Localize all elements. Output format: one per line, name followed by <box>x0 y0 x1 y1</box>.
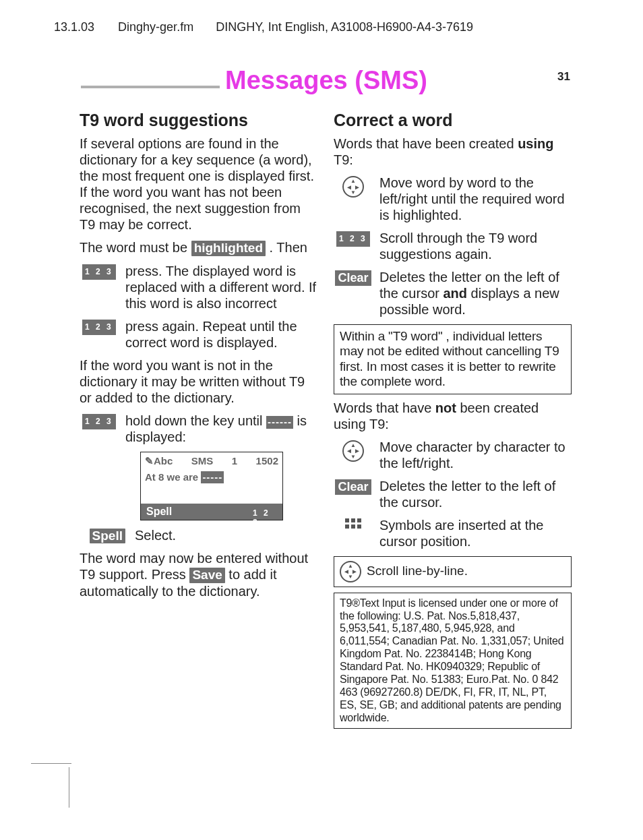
dpad-icon: ▲▼ <box>342 176 364 198</box>
step1-text: press. The displayed word is replaced wi… <box>125 263 317 311</box>
not-t9-line: Words that have not been created using T… <box>334 400 572 432</box>
spell-desc: Select. <box>135 527 317 543</box>
scroll-t9-row: Scroll through the T9 word suggestions a… <box>334 230 572 262</box>
highlighted-chip: highlighted <box>191 241 266 256</box>
softkey-spell[interactable]: Spell <box>146 506 172 518</box>
save-chip: Save <box>189 568 224 583</box>
msg-count: 1 <box>232 455 237 467</box>
keypad-icon <box>336 231 370 247</box>
clear-button: Clear <box>335 479 371 495</box>
spell-chip: Spell <box>90 529 125 543</box>
nav-word-text: Move word by word to the left/right unti… <box>379 175 572 223</box>
t9-highlight-line: The word must be highlighted . Then <box>80 239 317 256</box>
step-press-1: press. The displayed word is replaced wi… <box>80 263 317 311</box>
mode-indicator: ✎Abc <box>145 455 173 467</box>
dpad-icon: ▲▼ <box>340 561 361 582</box>
left-column: T9 word suggestions If several options a… <box>80 107 317 813</box>
title-rule <box>81 86 220 88</box>
page-number: 31 <box>557 70 570 84</box>
symbols-grid-icon <box>345 518 361 535</box>
title-row: Messages (SMS) <box>81 66 570 95</box>
dash-chip: ------ <box>266 416 293 429</box>
step3-text: hold down the key until ------ is displa… <box>125 413 317 445</box>
t9-dict-note: If the word you want is not in the dicti… <box>80 357 317 406</box>
crop-mark <box>31 763 71 764</box>
nav-char-row: ▲▼ Move character by character to the le… <box>334 439 572 471</box>
nav-char-text: Move character by character to the left/… <box>379 439 572 471</box>
clear-row-2: Clear Deletes the letter to the left of … <box>334 478 572 510</box>
t9-edit-note-box: Within a "T9 word" , individual letters … <box>334 324 572 394</box>
patent-notice: T9®Text Input is licensed under one or m… <box>334 593 572 729</box>
save-note: The word may now be entered without T9 s… <box>80 550 317 599</box>
scroll-line-text: Scroll line-by-line. <box>367 564 468 578</box>
clear-text-2: Deletes the letter to the left of the cu… <box>379 478 572 510</box>
t9-heading: T9 word suggestions <box>80 111 317 130</box>
keypad-icon <box>82 414 116 429</box>
header-doc: DINGHY, Int English, A31008-H6900-A4-3-7… <box>216 20 473 34</box>
page-title: Messages (SMS) <box>225 66 427 95</box>
softkey-keypad-icon[interactable] <box>250 506 277 518</box>
spell-row: Spell Select. <box>80 527 317 543</box>
phone-screen-mock: ✎Abc SMS 1 1502 At 8 we are ----- Spell <box>140 452 283 520</box>
scroll-t9-text: Scroll through the T9 word suggestions a… <box>379 230 572 262</box>
nav-word-row: ▲▼ Move word by word to the left/right u… <box>334 175 572 223</box>
clear-button: Clear <box>335 270 371 286</box>
step-hold: hold down the key until ------ is displa… <box>80 413 317 445</box>
compose-text: At 8 we are ----- <box>141 470 282 504</box>
step2-text: press again. Repeat until the correct wo… <box>125 318 317 351</box>
doc-header: 13.1.03 Dinghy-ger.fm DINGHY, Int Englis… <box>54 20 616 34</box>
symbols-row: Symbols are inserted at the cursor posit… <box>334 517 572 549</box>
header-file: Dinghy-ger.fm <box>118 20 193 34</box>
t9-intro: If several options are found in the dict… <box>80 136 317 233</box>
dpad-icon: ▲▼ <box>342 440 364 462</box>
right-column: Correct a word Words that have been crea… <box>334 107 572 813</box>
char-max: 1502 <box>256 455 278 467</box>
scroll-line-box: ▲▼ Scroll line-by-line. <box>334 556 572 587</box>
keypad-icon <box>82 320 116 335</box>
screen-title: SMS <box>191 455 214 467</box>
keypad-icon <box>82 264 116 280</box>
step-press-2: press again. Repeat until the correct wo… <box>80 318 317 351</box>
clear-text-1: Deletes the letter on the left of the cu… <box>379 269 572 318</box>
symbols-text: Symbols are inserted at the cursor posit… <box>379 517 572 549</box>
using-t9-line: Words that have been created using T9: <box>334 136 572 168</box>
crop-mark <box>69 767 69 808</box>
correct-heading: Correct a word <box>334 111 572 130</box>
clear-row-1: Clear Deletes the letter on the left of … <box>334 269 572 318</box>
header-date: 13.1.03 <box>54 20 94 34</box>
